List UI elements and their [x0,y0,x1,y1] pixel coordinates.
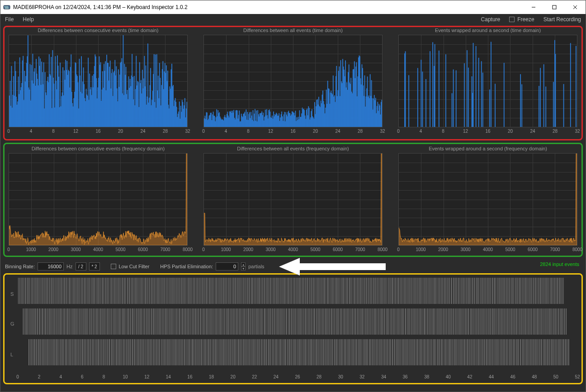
svg-rect-581 [435,44,435,127]
chart4-plot[interactable] [9,153,188,246]
timeline-tick: 22 [252,374,257,379]
maximize-button[interactable] [544,0,565,14]
timeline-tick: 32 [359,374,364,379]
start-recording-button[interactable]: Start Recording [539,14,586,25]
chart1-plot[interactable] [9,35,188,127]
axis-tick: 7000 [550,247,560,252]
svg-marker-789 [279,258,386,275]
chart4-title: Differences between consecutive events (… [9,146,188,151]
low-cut-toggle[interactable]: Low Cut Filter [111,264,150,269]
hps-input[interactable] [216,262,238,271]
svg-rect-637 [473,43,474,127]
timeline-tick: 52 [575,374,580,379]
svg-rect-1 [5,6,5,7]
binning-rate-label: Binning Rate: [5,264,35,269]
svg-rect-624 [464,63,465,127]
timeline-tick: 46 [510,374,515,379]
svg-rect-574 [430,51,430,127]
chart6-plot[interactable] [398,153,577,246]
axis-tick: 7000 [355,247,365,252]
freeze-toggle[interactable]: Freeze [505,14,539,25]
axis-tick: 0 [7,129,10,134]
axis-tick: 8 [52,129,55,134]
svg-rect-268 [186,102,187,127]
hps-label: HPS Partial Elimination: [160,264,213,269]
menu-capture[interactable]: Capture [477,14,505,25]
binning-rate-input[interactable] [38,262,64,271]
timeline-tick: 20 [231,374,236,379]
svg-rect-538 [405,51,406,127]
controls-row: Binning Rate: Hz / 2 * 2 Low Cut Filter … [5,261,265,271]
axis-tick: 6000 [528,247,538,252]
axis-tick: 28 [358,129,363,134]
svg-rect-706 [520,74,521,127]
axis-tick: 3000 [460,247,470,252]
chart2-title: Differences between all events (time dom… [203,28,383,33]
svg-rect-0 [4,5,10,9]
axis-tick: 12 [73,129,78,134]
timeline-tick: 28 [317,374,321,379]
svg-rect-740 [543,64,544,127]
axis-tick: 8000 [572,247,582,252]
axis-tick: 12 [268,129,273,134]
chart3-plot[interactable] [398,35,577,127]
minimize-button[interactable] [523,0,544,14]
svg-rect-735 [540,68,541,127]
close-button[interactable] [565,0,586,14]
hps-spin-up[interactable]: ▲ [241,262,246,266]
axis-tick: 32 [380,129,385,134]
axis-tick: 8000 [378,247,388,252]
app-window: MADE68PROHA on 12/24/2024, 1:41:36 PM – … [0,0,586,392]
svg-rect-628 [467,50,468,127]
axis-tick: 16 [485,129,490,134]
input-events-count: 2824 input events [540,261,579,267]
axis-tick: 28 [163,129,168,134]
timeline-tick: 48 [532,374,537,379]
timeline-tick: 42 [467,374,472,379]
axis-tick: 4 [30,129,33,134]
menu-help[interactable]: Help [18,14,38,25]
axis-tick: 20 [508,129,513,134]
lowcut-checkbox-icon [111,264,116,269]
timeline-tick: 18 [209,374,214,379]
svg-rect-669 [495,84,496,127]
timeline-tick: 14 [166,374,171,379]
svg-rect-641 [476,46,477,127]
halve-binning-button[interactable]: / 2 [76,262,86,271]
timeline-plot[interactable] [18,278,577,373]
chart5-plot[interactable] [203,153,383,246]
client-area: Differences between consecutive events (… [0,25,586,392]
axis-tick: 6000 [333,247,343,252]
low-cut-label: Low Cut Filter [119,264,150,269]
svg-rect-563 [422,71,423,127]
timeline-tick: 44 [489,374,494,379]
svg-rect-543 [408,75,409,127]
chart2-plot[interactable] [203,35,383,127]
axis-tick: 0 [397,247,400,252]
svg-rect-568 [425,79,426,127]
svg-rect-556 [417,68,418,127]
axis-tick: 8000 [183,247,193,252]
svg-rect-4 [5,8,9,9]
svg-rect-608 [453,70,454,127]
axis-tick: 8 [247,129,250,134]
timeline-tick: 6 [81,374,84,379]
axis-tick: 0 [397,129,400,134]
svg-rect-743 [545,87,546,127]
axis-tick: 24 [140,129,145,134]
svg-rect-708 [521,84,522,127]
hps-spinner[interactable]: ▲ ▼ [241,262,246,271]
svg-rect-578 [432,42,433,127]
axis-tick: 20 [118,129,123,134]
menu-file[interactable]: File [0,14,18,25]
axis-tick: 4000 [483,247,493,252]
svg-rect-630 [468,68,469,127]
hps-spin-down[interactable]: ▼ [241,266,246,271]
window-title: MADE68PROHA on 12/24/2024, 1:41:36 PM – … [13,4,523,10]
axis-tick: 24 [530,129,535,134]
axis-tick: 32 [185,129,190,134]
svg-rect-597 [445,54,446,127]
svg-rect-754 [553,82,554,127]
svg-rect-645 [478,58,479,127]
double-binning-button[interactable]: * 2 [89,262,100,271]
